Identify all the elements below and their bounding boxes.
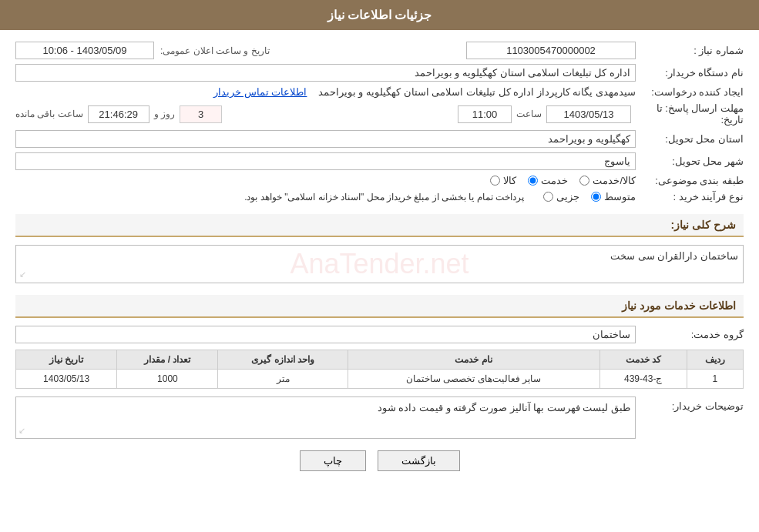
print-button[interactable]: چاپ	[300, 450, 366, 471]
cell-name: سایر فعالیت‌های تخصصی ساختمان	[348, 370, 599, 389]
category-label: طبقه بندی موضوعی:	[636, 175, 744, 186]
category-service-label: خدمت	[541, 175, 568, 186]
delivery-city-value: یاسوج	[15, 152, 636, 170]
announce-date-value: 1403/05/09 - 10:06	[15, 42, 154, 59]
buyer-desc-value: طبق لیست فهرست بها آنالیز صورت گرفته و ق…	[15, 396, 636, 439]
service-group-label: گروه خدمت:	[636, 329, 744, 340]
page-header: جزئیات اطلاعات نیاز	[0, 0, 759, 30]
purchase-minor-label: جزیی	[556, 191, 579, 202]
category-radio-group: کالا/خدمت خدمت کالا	[490, 175, 636, 186]
purchase-medium-label: متوسط	[604, 191, 636, 202]
reply-deadline-label: مهلت ارسال پاسخ: تا تاریخ:	[636, 102, 744, 125]
category-option-goods[interactable]: کالا	[490, 175, 516, 186]
purchase-type-radio-group: متوسط جزیی	[543, 191, 636, 202]
need-number-label: شماره نیاز :	[636, 45, 744, 56]
category-option-service[interactable]: خدمت	[528, 175, 568, 186]
col-code: کد خدمت	[599, 350, 687, 370]
page-title: جزئیات اطلاعات نیاز	[327, 8, 432, 22]
services-table: ردیف کد خدمت نام خدمت واحد اندازه گیری ت…	[15, 350, 744, 389]
buyer-org-label: نام دستگاه خریدار:	[636, 67, 744, 79]
category-option-goods-service[interactable]: کالا/خدمت	[579, 175, 636, 186]
deadline-days: 3	[180, 105, 222, 123]
description-section-title: شرح کلی نیاز:	[15, 214, 744, 237]
deadline-time: 11:00	[458, 105, 512, 123]
deadline-countdown: 21:46:29	[88, 105, 149, 123]
cell-date: 1403/05/13	[16, 370, 117, 389]
resize-handle: ↙	[18, 426, 25, 436]
col-date: تاریخ نیاز	[16, 350, 117, 370]
buyer-org-value: اداره کل تبلیغات اسلامی استان کهگیلویه و…	[15, 64, 636, 82]
time-label: ساعت	[516, 109, 542, 119]
col-quantity: تعداد / مقدار	[117, 350, 218, 370]
purchase-note: پرداخت تمام یا بخشی از مبلغ خریداز محل "…	[244, 192, 524, 202]
cell-unit: متر	[218, 370, 348, 389]
button-row: بازگشت چاپ	[15, 450, 744, 471]
category-goods-service-label: کالا/خدمت	[593, 175, 636, 186]
purchase-option-medium[interactable]: متوسط	[591, 191, 636, 202]
category-goods-label: کالا	[503, 175, 516, 186]
creator-contact-link[interactable]: اطلاعات تماس خریدار	[213, 86, 307, 98]
announce-date-label: تاریخ و ساعت اعلان عمومی:	[160, 45, 270, 56]
description-value: ساختمان دارالقران سی سخت	[610, 250, 738, 262]
delivery-province-value: کهگیلویه و بویراحمد	[15, 130, 636, 148]
col-unit: واحد اندازه گیری	[218, 350, 348, 370]
cell-code: ج-43-439	[599, 370, 687, 389]
buyer-desc-label: توضیحات خریدار:	[636, 396, 744, 412]
back-button[interactable]: بازگشت	[378, 450, 460, 471]
creator-value: سیدمهدی یگانه کارپرداز اداره کل تبلیغات …	[318, 86, 636, 98]
service-group-value: ساختمان	[15, 326, 636, 343]
delivery-province-label: استان محل تحویل:	[636, 133, 744, 145]
description-section-label: شرح کلی نیاز:	[671, 219, 736, 231]
creator-label: ایجاد کننده درخواست:	[636, 86, 744, 98]
services-section-label: اطلاعات خدمات مورد نیاز	[622, 299, 736, 312]
col-name: نام خدمت	[348, 350, 599, 370]
deadline-date: 1403/05/13	[546, 105, 631, 123]
purchase-option-minor[interactable]: جزیی	[543, 191, 579, 202]
remaining-label: ساعت باقی مانده	[15, 109, 83, 119]
need-number-value: 1103005470000002	[466, 42, 636, 59]
cell-quantity: 1000	[117, 370, 218, 389]
delivery-city-label: شهر محل تحویل:	[636, 156, 744, 167]
cell-row: 1	[687, 370, 743, 389]
col-row: ردیف	[687, 350, 743, 370]
purchase-type-label: نوع فرآیند خرید :	[636, 191, 744, 202]
services-section-title: اطلاعات خدمات مورد نیاز	[15, 295, 744, 318]
table-row: 1ج-43-439سایر فعالیت‌های تخصصی ساختمانمت…	[16, 370, 744, 389]
day-label: روز و	[154, 109, 175, 119]
